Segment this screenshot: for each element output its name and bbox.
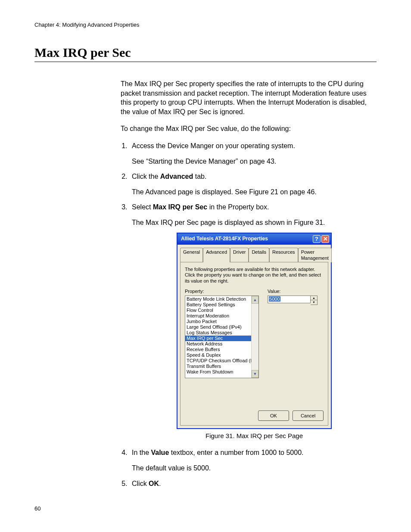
intro-paragraph: The Max IRQ per Sec property specifies t… xyxy=(121,79,377,116)
tab-resources[interactable]: Resources xyxy=(269,248,298,263)
step-1-sub: See “Starting the Device Manager” on pag… xyxy=(132,157,377,166)
step-2: Click the Advanced tab. The Advanced pag… xyxy=(129,172,377,196)
list-item[interactable]: Speed & Duplex xyxy=(185,352,258,358)
step-2-sub: The Advanced page is displayed. See Figu… xyxy=(132,187,377,197)
scroll-down-icon[interactable]: ▼ xyxy=(252,370,258,378)
list-item[interactable]: Large Send Offload (IPv4) xyxy=(185,324,258,330)
step-2-pre: Click the xyxy=(132,173,160,180)
tab-strip: General Advanced Driver Details Resource… xyxy=(177,245,331,262)
step-3-pre: Select xyxy=(132,203,153,211)
step-5: Click OK. xyxy=(129,479,377,488)
value-input[interactable]: 5000 xyxy=(268,296,311,303)
list-item[interactable]: Battery Speed Settings xyxy=(185,302,258,308)
dialog-titlebar[interactable]: Allied Telesis AT-2814FX Properties ? ✕ xyxy=(177,233,331,245)
step-4-sub: The default value is 5000. xyxy=(132,464,377,473)
list-item[interactable]: Transmit Buffers xyxy=(185,364,258,369)
step-3-post: in the Property box. xyxy=(207,203,269,211)
tab-advanced[interactable]: Advanced xyxy=(203,248,230,263)
list-item[interactable]: Battery Mode Link Detection xyxy=(185,296,258,302)
value-spinner[interactable]: ▲ ▼ xyxy=(311,296,318,305)
step-3-bold: Max IRQ per Sec xyxy=(153,203,207,211)
page-number: 60 xyxy=(34,505,377,512)
step-5-bold: OK xyxy=(149,480,159,487)
list-item[interactable]: Interrupt Moderation xyxy=(185,313,258,319)
step-3-sub: The Max IRQ per Sec page is displayed as… xyxy=(132,218,377,227)
step-5-pre: Click xyxy=(132,480,149,487)
value-text: 5000 xyxy=(269,296,280,302)
tab-body: The following properties are available f… xyxy=(180,262,328,426)
dialog-title: Allied Telesis AT-2814FX Properties xyxy=(181,235,268,242)
step-4-pre: In the xyxy=(132,449,151,456)
property-label: Property: xyxy=(185,288,259,295)
list-item[interactable]: Jumbo Packet xyxy=(185,319,258,324)
property-listbox[interactable]: Battery Mode Link Detection Battery Spee… xyxy=(185,296,259,378)
list-item[interactable]: Wake From Shutdown xyxy=(185,369,258,375)
scroll-up-icon[interactable]: ▲ xyxy=(252,296,258,304)
figure-caption: Figure 31. Max IRQ per Sec Page xyxy=(132,432,377,440)
figure-31: Allied Telesis AT-2814FX Properties ? ✕ … xyxy=(177,233,332,429)
ok-button[interactable]: OK xyxy=(258,411,289,421)
value-label: Value: xyxy=(268,288,324,295)
properties-dialog: Allied Telesis AT-2814FX Properties ? ✕ … xyxy=(177,233,332,429)
lead-sentence: To change the Max IRQ per Sec value, do … xyxy=(121,124,377,134)
step-1: Access the Device Manger on your operati… xyxy=(129,141,377,166)
step-3: Select Max IRQ per Sec in the Property b… xyxy=(129,202,377,440)
list-item[interactable]: Network Address xyxy=(185,341,258,347)
steps-list: Access the Device Manger on your operati… xyxy=(121,141,377,488)
list-item[interactable]: Receive Buffers xyxy=(185,347,258,352)
list-item[interactable]: Flow Control xyxy=(185,308,258,313)
spin-up-icon[interactable]: ▲ xyxy=(311,296,317,300)
list-item[interactable]: TCP/UDP Checksum Offload (IPv xyxy=(185,358,258,364)
step-2-bold: Advanced xyxy=(160,173,193,180)
step-1-text: Access the Device Manger on your operati… xyxy=(132,142,295,149)
tab-power-management[interactable]: Power Management xyxy=(298,248,332,263)
body-column: The Max IRQ per Sec property specifies t… xyxy=(121,79,377,488)
tab-details[interactable]: Details xyxy=(249,248,269,263)
tab-general[interactable]: General xyxy=(180,248,203,263)
dialog-description: The following properties are available f… xyxy=(185,267,324,284)
list-item-selected[interactable]: Max IRQ per Sec xyxy=(185,336,258,341)
step-5-post: . xyxy=(159,480,161,487)
step-4: In the Value textbox, enter a number fro… xyxy=(129,448,377,473)
list-item[interactable]: Log Status Messages xyxy=(185,330,258,336)
help-icon[interactable]: ? xyxy=(313,235,321,243)
spin-down-icon[interactable]: ▼ xyxy=(311,300,317,304)
running-header: Chapter 4: Modifying Advanced Properties xyxy=(34,22,377,28)
step-2-post: tab. xyxy=(193,173,206,180)
step-4-bold: Value xyxy=(151,449,169,456)
page-title: Max IRQ per Sec xyxy=(34,45,377,62)
tab-driver[interactable]: Driver xyxy=(230,248,249,263)
cancel-button[interactable]: Cancel xyxy=(293,411,324,421)
scrollbar[interactable]: ▲ ▼ xyxy=(251,296,258,378)
close-icon[interactable]: ✕ xyxy=(321,235,329,243)
step-4-post: textbox, enter a number from 1000 to 500… xyxy=(169,449,303,456)
